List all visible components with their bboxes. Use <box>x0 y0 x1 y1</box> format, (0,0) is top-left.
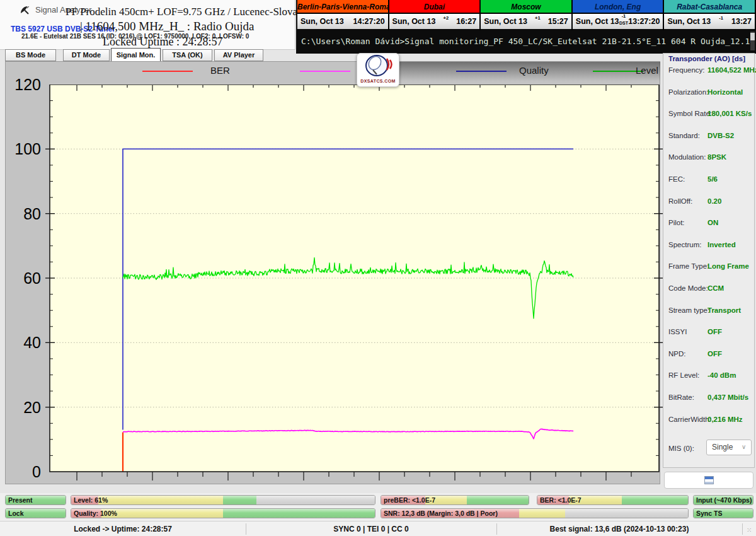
legend-label-quality: Quality <box>519 65 549 76</box>
tp-row-value-8: Inverted <box>707 241 736 248</box>
tp-row-value-14: -40 dBm <box>707 371 736 379</box>
mis-label: MIS (0): <box>668 445 694 452</box>
tp-row-label-1: Polarization: <box>668 88 708 96</box>
divider <box>742 523 743 535</box>
clock-date: Sun, Oct 13 <box>392 17 436 26</box>
tp-row-label-7: Pilot: <box>668 219 685 226</box>
clock-hms: 16:27 <box>456 17 476 26</box>
tp-row-label-2: Symbol Rate: <box>668 110 712 117</box>
clock-city-label: Rabat-Casablanca <box>664 0 755 14</box>
tp-row-value-1: Horizontal <box>707 88 743 96</box>
legend-line-ber <box>142 71 193 72</box>
mis-selected-value: Single <box>712 443 733 452</box>
transponder-list-button[interactable] <box>664 472 753 489</box>
legend-line-quality <box>456 71 507 72</box>
tp-row-value-15: 0,437 Mbit/s <box>707 393 748 401</box>
tp-row-label-15: BitRate: <box>668 393 694 401</box>
clock-time: Sun, Oct 1314:27:20 <box>297 14 388 29</box>
satellite-dish-icon <box>19 4 30 16</box>
legend-label-ber: BER <box>210 65 230 76</box>
clock-moscow: MoscowSun, Oct 13+115:27 <box>481 0 573 30</box>
clock-utc-offset: -1 <box>711 15 731 23</box>
meter-preber: preBER: <1.0E-7 <box>381 495 529 505</box>
clock-date: Sun, Oct 13 <box>484 17 527 26</box>
transponder-panel: Transponder (AO) [ds] Frequency:11604,52… <box>663 53 755 468</box>
clock-utc-offset: +1 <box>527 15 548 23</box>
meter-sync-ts: Sync TS <box>693 508 753 518</box>
y-tick-label-40: 40 <box>8 334 41 352</box>
console-scrollbar[interactable] <box>750 32 755 50</box>
meter-label: Sync TS <box>696 510 722 517</box>
transponder-header: Transponder (AO) [ds] <box>668 55 752 62</box>
meter-label: preBER: <1.0E-7 <box>384 496 435 504</box>
meter-present: Present <box>5 495 66 505</box>
tp-row-value-5: 5/6 <box>707 175 718 183</box>
meter-ber: BER: <1.0E-7 <box>537 495 689 505</box>
legend-label-level: Level <box>636 65 658 76</box>
tab-dt-mode[interactable]: DT Mode <box>63 49 110 61</box>
locked-uptime-overlay: Locked Uptime : 24:28:57 <box>103 35 222 49</box>
tab-bs-mode[interactable]: BS Mode <box>5 49 56 61</box>
meter-label: SNR: 12,3 dB (Margin: 3,0 dB | Poor) <box>384 510 498 517</box>
status-uptime: Locked -> Uptime: 24:28:57 <box>0 521 246 536</box>
tp-row-value-12: OFF <box>707 328 722 335</box>
tp-row-value-10: CCM <box>707 284 724 292</box>
signal-plot <box>45 84 664 481</box>
y-tick-label-20: 20 <box>8 399 41 417</box>
clock-time: Sun, Oct 13+115:27 <box>481 14 571 29</box>
clock-date: Sun, Oct 13 <box>576 17 619 26</box>
tp-row-label-16: CarrierWidth: <box>668 416 711 423</box>
clock-berlin-paris-vienna-roma: Berlin-Paris-Vienna-RomaSun, Oct 1314:27… <box>297 0 389 30</box>
tp-row-label-10: Code Mode: <box>668 284 708 292</box>
tp-row-label-3: Standard: <box>668 132 700 139</box>
mis-dropdown[interactable]: Single ∨ <box>706 440 752 455</box>
tp-row-label-11: Stream type: <box>668 306 709 314</box>
overlay-title: PF Prodelin 450cm+ LOF=9.75 GHz / Lucene… <box>66 6 311 18</box>
clock-time: Sun, Oct 13+216:27 <box>389 14 480 29</box>
y-tick-label-80: 80 <box>8 205 41 223</box>
meter-lock: Lock <box>5 508 66 518</box>
legend-line-snr <box>300 71 350 72</box>
clock-time: Sun, Oct 13-113:27 <box>664 14 755 29</box>
clock-hms: 15:27 <box>548 17 568 26</box>
y-tick-label-60: 60 <box>8 269 41 288</box>
tp-row-value-7: ON <box>707 219 718 226</box>
meter-input-470-kbps-: Input (~470 Kbps) <box>693 495 753 505</box>
scrollbar-thumb[interactable] <box>750 33 755 40</box>
tab-tsa-ok-[interactable]: TSA (OK) <box>163 49 212 61</box>
resize-grip[interactable]: ⁙ <box>747 527 754 534</box>
clock-city-label: Berlin-Paris-Vienna-Roma <box>297 0 388 14</box>
meter-label: BER: <1.0E-7 <box>540 496 581 504</box>
y-tick-label-120: 120 <box>8 76 41 94</box>
clock-hms: 13:27 <box>731 17 752 26</box>
list-icon <box>704 476 714 484</box>
tab-av-player[interactable]: AV Player <box>214 49 263 61</box>
tp-row-value-2: 180,001 KS/s <box>707 110 752 117</box>
tab-signal-mon-[interactable]: Signal Mon. <box>111 48 161 62</box>
tp-row-value-3: DVB-S2 <box>707 132 734 139</box>
tp-row-label-8: Spectrum: <box>668 241 701 248</box>
logo-text: DXSATCS.COM <box>357 79 399 83</box>
y-tick-label-100: 100 <box>8 140 41 158</box>
console-prompt-line: C:\Users\Roman Dávid>Signal monitoring_P… <box>301 37 756 46</box>
clock-dubai: DubaiSun, Oct 13+216:27 <box>389 0 481 30</box>
meter-snr: SNR: 12,3 dB (Margin: 3,0 dB | Poor) <box>381 508 689 518</box>
clock-hms: 13:27:20 <box>628 17 660 26</box>
clock-utc-offset: -1DST <box>619 13 629 25</box>
y-tick-label-0: 0 <box>8 463 41 481</box>
signal-meters: PresentLevel: 61%preBER: <1.0E-7BER: <1.… <box>0 493 756 521</box>
meter-level: Level: 61% <box>71 495 375 505</box>
tp-row-label-12: ISSYI <box>668 328 687 335</box>
tp-row-value-11: Transport <box>707 306 741 314</box>
tp-row-label-4: Modulation: <box>668 153 706 161</box>
meter-quality: Quality: 100% <box>71 508 375 518</box>
tp-row-label-0: Frequency: <box>668 66 705 74</box>
clock-hms: 14:27:20 <box>353 17 385 26</box>
clock-city-label: Moscow <box>481 0 571 14</box>
tp-row-label-13: NPD: <box>668 350 685 358</box>
tp-row-value-6: 0.20 <box>707 197 721 205</box>
clock-city-label: Dubai <box>389 0 480 14</box>
meter-label: Quality: 100% <box>74 510 117 517</box>
dxsatcs-dish-icon <box>358 54 398 78</box>
dxsatcs-logo: DXSATCS.COM <box>357 53 399 87</box>
